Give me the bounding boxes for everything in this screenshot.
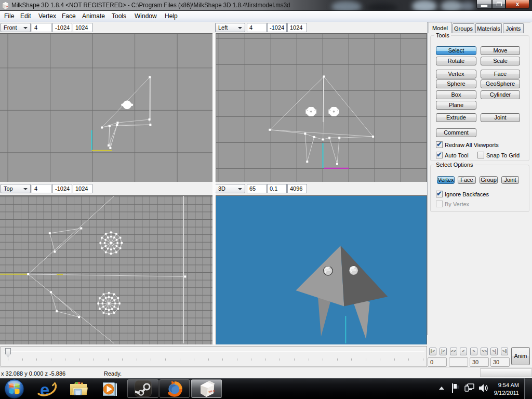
svg-text:9/12/2011: 9/12/2011 — [494, 390, 519, 396]
svg-text:MILK: MILK — [208, 389, 215, 393]
svg-text:9:54 AM: 9:54 AM — [498, 382, 519, 388]
